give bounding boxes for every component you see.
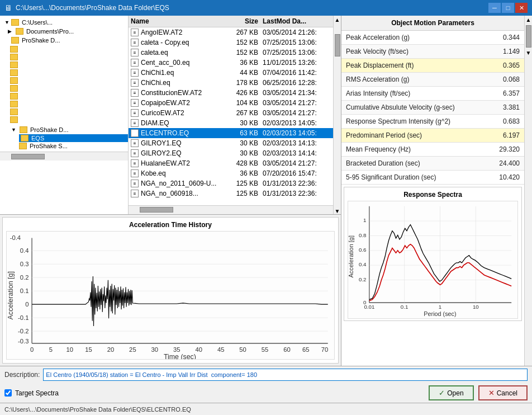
file-row[interactable]: ≡ GILROY1.EQ 30 KB 02/03/2013 14:13: xyxy=(129,138,333,148)
col-size-header[interactable]: Size xyxy=(219,17,258,25)
tree-folder-icon-2 xyxy=(11,37,19,44)
file-row[interactable]: ≡ NGA_no_060918... 125 KB 01/31/2013 22:… xyxy=(129,188,333,199)
params-row: Mean Frequency (Hz) 29.320 xyxy=(341,143,524,157)
tree-item-root[interactable]: ▼ C:\Users\... xyxy=(0,18,128,27)
file-date: 01/31/2013 22:36: xyxy=(258,180,331,187)
tree-folder-row-8[interactable] xyxy=(4,101,128,107)
file-row[interactable]: ≡ ChiChi.eq 178 KB 06/25/2016 12:28: xyxy=(129,78,333,88)
scroll-down-btn[interactable]: ▼ xyxy=(335,208,340,214)
file-row[interactable]: ≡ caleta - Copy.eq 152 KB 07/25/2015 13:… xyxy=(129,37,333,48)
tree-folder-row-7[interactable] xyxy=(4,93,128,100)
minimize-button[interactable]: ─ xyxy=(488,3,501,13)
title-bar-text: 🖥 C:\Users\...\Documents\ProShake Data F… xyxy=(4,3,169,12)
col-name-header[interactable]: Name xyxy=(131,17,219,25)
tree-label: C:\Users\... xyxy=(22,19,53,26)
file-row[interactable]: ≡ Cent_acc_00.eq 36 KB 11/01/2015 13:26: xyxy=(129,58,333,68)
file-date: 07/25/2015 13:06: xyxy=(258,39,331,46)
file-name: GILROY2.EQ xyxy=(141,149,219,157)
description-input[interactable] xyxy=(43,369,528,381)
tree-scroll-thumb[interactable] xyxy=(11,154,45,159)
file-list-vscrollbar[interactable]: ▲ ▼ xyxy=(333,16,341,214)
params-scroll-down[interactable]: ▼ xyxy=(525,50,532,56)
open-button[interactable]: ✓ Open xyxy=(429,385,473,400)
params-row: Cumulative Absulute Velocity (g-sec) 3.3… xyxy=(341,101,524,115)
action-buttons: ✓ Open ✕ Cancel xyxy=(429,385,528,400)
file-scroll-thumb[interactable] xyxy=(140,207,173,213)
file-name: Kobe.eq xyxy=(141,169,219,177)
file-icon: ≡ xyxy=(131,59,139,67)
x-label-45: 45 xyxy=(217,346,225,352)
params-value: 29.320 xyxy=(474,143,524,156)
tree-folder-row-5[interactable] xyxy=(4,77,128,84)
file-row[interactable]: ≡ CuricoEW.AT2 267 KB 03/05/2014 21:27: xyxy=(129,108,333,118)
tree-proshake-folder xyxy=(20,126,27,133)
file-list-scrollbar[interactable] xyxy=(129,205,333,214)
tree-folder-row-4[interactable] xyxy=(4,69,128,76)
close-button[interactable]: ✕ xyxy=(515,3,528,13)
scroll-up-btn[interactable]: ▲ xyxy=(335,17,340,23)
accel-chart-area: 0.4 0.3 0.2 0.1 0 -0.1 -0.2 -0.3 -0.4 0 … xyxy=(6,231,335,360)
file-row[interactable]: ≡ ELCENTRO.EQ 63 KB 02/03/2013 14:05: xyxy=(129,128,333,138)
file-row[interactable]: ≡ AngoIEW.AT2 267 KB 03/05/2014 21:26: xyxy=(129,27,333,37)
params-row: RMS Acceleration (g) 0.068 xyxy=(341,73,524,87)
tree-eqs-folder xyxy=(21,135,28,142)
main-content: ▼ C:\Users\... ▶ Documents\Pro... xyxy=(0,16,532,366)
maximize-button[interactable]: □ xyxy=(502,3,514,13)
file-row[interactable]: ≡ Kobe.eq 36 KB 07/20/2016 15:47: xyxy=(129,168,333,178)
tree-folder-row-2[interactable] xyxy=(4,54,128,60)
file-name: DIAM.EQ xyxy=(141,119,219,127)
expand-arrow: ▼ xyxy=(4,20,10,25)
tree-item-1[interactable]: ▶ Documents\Pro... xyxy=(0,27,128,36)
tree-label-1: Documents\Pro... xyxy=(26,28,74,35)
x-label-70: 70 xyxy=(321,346,329,352)
file-list-body[interactable]: ≡ AngoIEW.AT2 267 KB 03/05/2014 21:26: ≡… xyxy=(129,27,333,205)
params-value: 3.381 xyxy=(474,101,524,114)
file-row[interactable]: ≡ ConstitucionEW.AT2 426 KB 03/05/2014 2… xyxy=(129,88,333,98)
file-name: ChiChi1.eq xyxy=(141,69,219,77)
x-label-50: 50 xyxy=(239,346,246,352)
tree-proshake[interactable]: ▼ ProShake D... EQS xyxy=(0,126,128,149)
description-row: Description: xyxy=(0,366,532,383)
resp-y-04: 0.4 xyxy=(359,261,367,267)
file-row[interactable]: ≡ ChiChi1.eq 44 KB 07/04/2016 11:42: xyxy=(129,68,333,78)
tree-folder-icon xyxy=(11,19,19,26)
scroll-thumb[interactable] xyxy=(335,34,340,56)
file-row[interactable]: ≡ HualaneEW.AT2 428 KB 03/05/2014 21:27: xyxy=(129,158,333,168)
params-scroll-thumb[interactable] xyxy=(526,25,531,48)
file-row[interactable]: ≡ DIAM.EQ 30 KB 02/03/2013 14:05: xyxy=(129,118,333,128)
tree-folder-row-6[interactable] xyxy=(4,85,128,92)
tree-item-2[interactable]: ProShake D... xyxy=(0,36,128,45)
tree-folder-row-3[interactable] xyxy=(4,62,128,68)
file-row[interactable]: ≡ NGA_no_2011_0609-U... 125 KB 01/31/201… xyxy=(129,178,333,188)
cancel-button[interactable]: ✕ Cancel xyxy=(478,385,528,400)
tree-scrollbar[interactable] xyxy=(0,152,128,161)
target-spectra-checkbox[interactable] xyxy=(4,389,12,397)
file-name: caleta - Copy.eq xyxy=(141,39,219,46)
params-scrollbar[interactable]: ▲ ▼ xyxy=(524,16,532,366)
y-label-02: 0.2 xyxy=(20,273,29,280)
tree-folder-row-9[interactable] xyxy=(4,109,128,115)
tree-folder-row-1[interactable] xyxy=(4,46,128,53)
file-row[interactable]: ≡ CopaipoEW.AT2 104 KB 03/05/2014 21:27: xyxy=(129,98,333,108)
file-row[interactable]: ≡ GILROY2.EQ 30 KB 02/03/2013 14:14: xyxy=(129,148,333,158)
params-scroll-up[interactable]: ▲ xyxy=(525,17,532,23)
params-label: Peak Displacement (ft) xyxy=(341,59,474,72)
tree-folder-row-10[interactable] xyxy=(4,116,128,123)
params-value: 0.344 xyxy=(474,31,524,44)
file-size: 125 KB xyxy=(219,180,258,187)
file-browser: ▼ C:\Users\... ▶ Documents\Pro... xyxy=(0,16,341,215)
tree-proshake-item[interactable]: ▼ ProShake D... xyxy=(11,126,128,133)
file-date: 01/31/2013 22:36: xyxy=(258,190,331,197)
file-size: 30 KB xyxy=(219,149,258,157)
tree-eqs-item[interactable]: EQS xyxy=(19,134,128,142)
col-date-header[interactable]: LastMod Da... xyxy=(258,17,331,25)
tree-panel[interactable]: ▼ C:\Users\... ▶ Documents\Pro... xyxy=(0,16,129,214)
tree-eqs-label: EQS xyxy=(31,135,44,142)
params-row: Predominant Period (sec) 6.197 xyxy=(341,129,524,143)
tree-proshakes-item[interactable]: ProShake S... xyxy=(19,143,128,149)
open-label: Open xyxy=(447,389,463,397)
file-size: 63 KB xyxy=(219,129,258,137)
file-date: 03/05/2014 21:27: xyxy=(258,109,331,117)
file-row[interactable]: ≡ caleta.eq 152 KB 07/25/2015 13:06: xyxy=(129,48,333,58)
response-chart-svg: 0 0.2 0.4 0.6 0.8 1 0.01 0.1 1 10 xyxy=(348,201,517,318)
